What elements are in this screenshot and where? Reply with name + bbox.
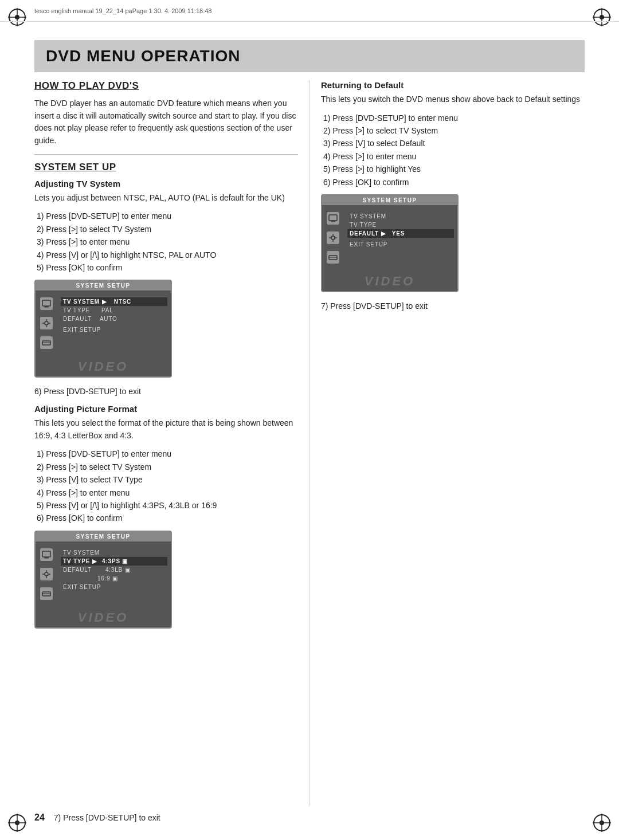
- svg-point-19: [45, 321, 48, 325]
- adjusting-picture-heading: Adjusting Picture Format: [34, 404, 298, 414]
- svg-rect-27: [45, 557, 48, 558]
- svg-rect-37: [331, 221, 335, 222]
- pf-step-3: 3) Press [V] to select TV Type: [37, 473, 298, 486]
- screen3-video: VIDEO: [322, 270, 457, 291]
- svg-rect-18: [44, 307, 49, 308]
- monitor-icon-2: [40, 548, 53, 561]
- svg-point-39: [331, 236, 335, 240]
- pf-step-1: 1) Press [DVD-SETUP] to enter menu: [37, 448, 298, 460]
- pf-step-4: 4) Press [>] to enter menu: [37, 486, 298, 499]
- tv-system-screen: SYSTEM SETUP TV SYSTEM ▶ N: [34, 280, 172, 378]
- header-text: tesco english manual 19_22_14 paPage 1 3…: [34, 7, 211, 14]
- d-step-3: 3) Press [V] to select Default: [323, 137, 585, 150]
- default-screen: SYSTEM SETUP TV SYSTEM TV TYPE: [321, 194, 459, 292]
- svg-rect-38: [331, 222, 335, 222]
- disc-icon: [40, 336, 53, 349]
- screen3-body: TV SYSTEM TV TYPE DEFAULT ▶ YES EXIT SET…: [322, 205, 457, 270]
- menu-tv-type: TV TYPE PAL: [61, 306, 167, 315]
- screen2-video: VIDEO: [36, 607, 171, 627]
- page-footer-text: 7) Press [DVD-SETUP] to exit: [54, 813, 160, 822]
- disc-icon-2: [40, 587, 53, 600]
- corner-mark-bl: [6, 811, 29, 834]
- menu3-tv-system: TV SYSTEM: [347, 212, 454, 221]
- d-step-1: 1) Press [DVD-SETUP] to enter menu: [323, 112, 585, 124]
- screen1-header: SYSTEM SETUP: [36, 281, 171, 291]
- svg-rect-26: [42, 551, 50, 557]
- svg-rect-16: [42, 300, 50, 306]
- svg-point-11: [15, 821, 19, 825]
- tv-system-after: 6) Press [DVD-SETUP] to exit: [34, 386, 298, 398]
- step-1: 1) Press [DVD-SETUP] to enter menu: [37, 210, 298, 222]
- screen1-menu: TV SYSTEM ▶ NTSC TV TYPE PAL DEFAULT AUT…: [57, 295, 171, 351]
- menu3-default: DEFAULT ▶ YES: [347, 229, 454, 238]
- svg-rect-36: [329, 215, 337, 221]
- picture-format-steps: 1) Press [DVD-SETUP] to enter menu 2) Pr…: [34, 448, 298, 524]
- menu2-default: DEFAULT 4:3LB ▣: [61, 566, 167, 574]
- how-to-play-body: The DVD player has an automatic DVD feat…: [34, 97, 298, 147]
- picture-format-screen: SYSTEM SETUP TV SYSTEM TV TY: [34, 531, 172, 629]
- monitor-icon-3: [327, 212, 339, 225]
- screen2-icons: [36, 546, 57, 602]
- d-step-5: 5) Press [>] to highlight Yes: [323, 163, 585, 175]
- step-5: 5) Press [OK] to confirm: [37, 261, 298, 274]
- menu3-tv-type: TV TYPE: [347, 221, 454, 229]
- settings-icon-2: [40, 568, 53, 580]
- menu-default: DEFAULT AUTO: [61, 315, 167, 323]
- d-step-2: 2) Press [>] to select TV System: [323, 124, 585, 137]
- adjusting-tv-system-body: Lets you adjust between NTSC, PAL, AUTO …: [34, 192, 298, 205]
- pf-step-6: 6) Press [OK] to confirm: [37, 512, 298, 524]
- divider-1: [34, 154, 298, 155]
- menu2-tv-system: TV SYSTEM: [61, 548, 167, 557]
- settings-icon: [40, 317, 53, 329]
- returning-to-default-heading: Returning to Default: [321, 80, 585, 90]
- corner-mark-br: [590, 811, 613, 834]
- left-column: HOW TO PLAY DVD'S The DVD player has an …: [34, 80, 298, 637]
- page-number: 24: [34, 812, 45, 823]
- screen2-body: TV SYSTEM TV TYPE ▶ 4:3PS ▣ DEFAULT 4:3L…: [36, 541, 171, 607]
- menu-exit-setup: EXIT SETUP: [61, 325, 167, 334]
- adjusting-picture-body: This lets you select the format of the p…: [34, 417, 298, 442]
- disc-icon-3: [327, 251, 339, 264]
- svg-rect-28: [44, 558, 49, 558]
- header-bar: tesco english manual 19_22_14 paPage 1 3…: [0, 0, 619, 22]
- how-to-play-heading: HOW TO PLAY DVD'S: [34, 80, 298, 92]
- svg-point-29: [45, 572, 48, 576]
- screen1-video: VIDEO: [36, 356, 171, 376]
- page-title: DVD MENU OPERATION: [46, 47, 573, 65]
- menu3-exit-setup: EXIT SETUP: [347, 240, 454, 249]
- adjusting-tv-system-heading: Adjusting TV System: [34, 179, 298, 189]
- svg-point-15: [600, 821, 604, 825]
- menu2-tv-type: TV TYPE ▶ 4:3PS ▣: [61, 557, 167, 566]
- settings-icon-3: [327, 231, 339, 244]
- tv-system-steps: 1) Press [DVD-SETUP] to enter menu 2) Pr…: [34, 210, 298, 274]
- screen2-header: SYSTEM SETUP: [36, 532, 171, 541]
- page-title-banner: DVD MENU OPERATION: [34, 40, 585, 72]
- screen3-menu: TV SYSTEM TV TYPE DEFAULT ▶ YES EXIT SET…: [344, 210, 457, 266]
- d-step-6: 6) Press [OK] to confirm: [323, 176, 585, 189]
- menu2-spacer: 16:9 ▣: [61, 574, 167, 583]
- step-2: 2) Press [>] to select TV System: [37, 223, 298, 235]
- screen3-icons: [322, 210, 344, 266]
- right-column: Returning to Default This lets you switc…: [321, 80, 585, 637]
- page-number-row: 24 7) Press [DVD-SETUP] to exit: [34, 812, 585, 823]
- step-3: 3) Press [>] to enter menu: [37, 235, 298, 248]
- d-step-4: 4) Press [>] to enter menu: [323, 150, 585, 163]
- main-content: HOW TO PLAY DVD'S The DVD player has an …: [34, 80, 585, 637]
- returning-to-default-body: This lets you switch the DVD menus show …: [321, 93, 585, 106]
- pf-step-5: 5) Press [V] or [/\] to highlight 4:3PS,…: [37, 499, 298, 512]
- menu2-exit-setup: EXIT SETUP: [61, 583, 167, 591]
- screen1-body: TV SYSTEM ▶ NTSC TV TYPE PAL DEFAULT AUT…: [36, 291, 171, 356]
- screen1-icons: [36, 295, 57, 351]
- default-after: 7) Press [DVD-SETUP] to exit: [321, 300, 585, 313]
- svg-rect-17: [45, 306, 48, 307]
- step-4: 4) Press [V] or [/\] to highlight NTSC, …: [37, 249, 298, 261]
- pf-step-2: 2) Press [>] to select TV System: [37, 461, 298, 473]
- screen2-menu: TV SYSTEM TV TYPE ▶ 4:3PS ▣ DEFAULT 4:3L…: [57, 546, 171, 602]
- system-setup-heading: SYSTEM SET UP: [34, 162, 298, 173]
- monitor-icon: [40, 297, 53, 310]
- default-steps: 1) Press [DVD-SETUP] to enter menu 2) Pr…: [321, 112, 585, 189]
- screen3-header: SYSTEM SETUP: [322, 195, 457, 205]
- menu-tv-system: TV SYSTEM ▶ NTSC: [61, 297, 167, 306]
